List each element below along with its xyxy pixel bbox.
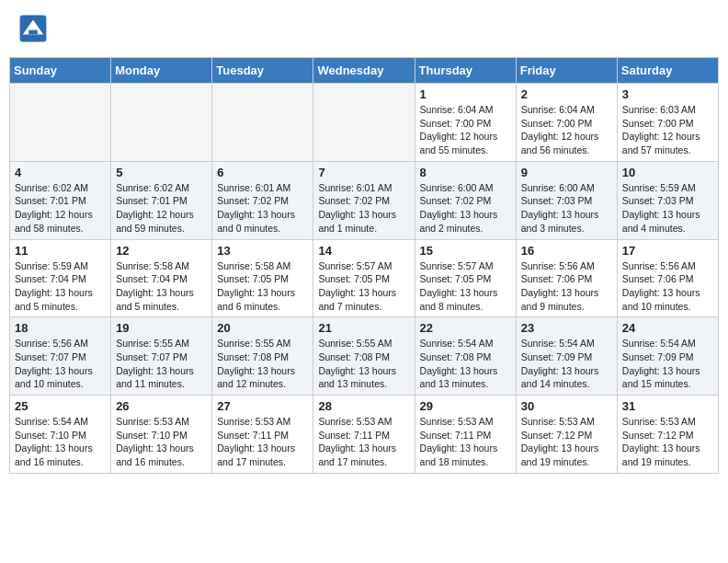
svg-rect-2 [28, 30, 38, 35]
day-number: 15 [420, 244, 511, 258]
day-number: 29 [420, 399, 511, 413]
calendar-cell: 14Sunrise: 5:57 AM Sunset: 7:05 PM Dayli… [313, 239, 415, 317]
day-number: 24 [622, 321, 713, 335]
day-number: 26 [116, 399, 207, 413]
day-of-week-header: Thursday [415, 58, 516, 84]
day-info: Sunrise: 5:55 AM Sunset: 7:07 PM Dayligh… [116, 337, 207, 391]
day-number: 28 [318, 399, 409, 413]
calendar-cell [10, 84, 111, 162]
day-number: 4 [15, 166, 106, 179]
calendar-cell: 9Sunrise: 6:00 AM Sunset: 7:03 PM Daylig… [516, 161, 617, 239]
day-number: 9 [521, 166, 612, 179]
day-number: 18 [15, 321, 106, 335]
day-number: 8 [420, 166, 511, 179]
day-number: 10 [622, 166, 713, 179]
calendar-cell: 21Sunrise: 5:55 AM Sunset: 7:08 PM Dayli… [313, 317, 415, 396]
calendar-cell: 10Sunrise: 5:59 AM Sunset: 7:03 PM Dayli… [617, 161, 718, 239]
calendar-cell: 13Sunrise: 5:58 AM Sunset: 7:05 PM Dayli… [212, 239, 313, 317]
day-info: Sunrise: 5:53 AM Sunset: 7:12 PM Dayligh… [521, 415, 612, 469]
day-info: Sunrise: 5:59 AM Sunset: 7:03 PM Dayligh… [622, 181, 713, 236]
day-info: Sunrise: 5:58 AM Sunset: 7:04 PM Dayligh… [116, 259, 207, 314]
calendar-cell: 27Sunrise: 5:53 AM Sunset: 7:11 PM Dayli… [212, 396, 313, 474]
calendar-cell [313, 84, 415, 162]
calendar-cell: 6Sunrise: 6:01 AM Sunset: 7:02 PM Daylig… [212, 161, 313, 239]
calendar-cell: 29Sunrise: 5:53 AM Sunset: 7:11 PM Dayli… [415, 396, 516, 474]
day-info: Sunrise: 6:04 AM Sunset: 7:00 PM Dayligh… [420, 103, 511, 157]
logo-icon [18, 14, 48, 43]
day-number: 31 [622, 399, 713, 413]
day-info: Sunrise: 6:00 AM Sunset: 7:03 PM Dayligh… [521, 181, 612, 236]
day-info: Sunrise: 5:53 AM Sunset: 7:10 PM Dayligh… [116, 415, 207, 469]
calendar-cell: 17Sunrise: 5:56 AM Sunset: 7:06 PM Dayli… [617, 239, 718, 317]
day-info: Sunrise: 5:53 AM Sunset: 7:11 PM Dayligh… [217, 415, 308, 469]
day-number: 3 [622, 87, 713, 101]
day-info: Sunrise: 6:04 AM Sunset: 7:00 PM Dayligh… [521, 103, 612, 157]
day-info: Sunrise: 6:03 AM Sunset: 7:00 PM Dayligh… [622, 103, 713, 157]
calendar-cell: 28Sunrise: 5:53 AM Sunset: 7:11 PM Dayli… [313, 396, 415, 474]
calendar-cell: 3Sunrise: 6:03 AM Sunset: 7:00 PM Daylig… [617, 84, 718, 162]
day-of-week-header: Monday [111, 58, 212, 84]
day-of-week-header: Tuesday [212, 58, 313, 84]
day-number: 27 [217, 399, 308, 413]
day-number: 12 [116, 244, 207, 258]
day-number: 14 [318, 244, 409, 258]
day-number: 6 [217, 166, 308, 179]
day-number: 7 [318, 166, 409, 179]
day-info: Sunrise: 5:54 AM Sunset: 7:08 PM Dayligh… [420, 337, 511, 391]
calendar-cell: 11Sunrise: 5:59 AM Sunset: 7:04 PM Dayli… [10, 239, 111, 317]
calendar-week-row: 18Sunrise: 5:56 AM Sunset: 7:07 PM Dayli… [10, 317, 719, 396]
day-info: Sunrise: 5:53 AM Sunset: 7:11 PM Dayligh… [318, 415, 409, 469]
calendar-week-row: 11Sunrise: 5:59 AM Sunset: 7:04 PM Dayli… [10, 239, 719, 317]
day-of-week-header: Wednesday [313, 58, 415, 84]
day-info: Sunrise: 5:54 AM Sunset: 7:09 PM Dayligh… [521, 337, 612, 391]
calendar-cell: 25Sunrise: 5:54 AM Sunset: 7:10 PM Dayli… [10, 396, 111, 474]
calendar-cell: 2Sunrise: 6:04 AM Sunset: 7:00 PM Daylig… [516, 84, 617, 162]
day-number: 1 [420, 87, 511, 101]
calendar-cell: 8Sunrise: 6:00 AM Sunset: 7:02 PM Daylig… [415, 161, 516, 239]
day-info: Sunrise: 6:02 AM Sunset: 7:01 PM Dayligh… [116, 181, 207, 236]
day-info: Sunrise: 6:01 AM Sunset: 7:02 PM Dayligh… [318, 181, 409, 236]
calendar-cell: 15Sunrise: 5:57 AM Sunset: 7:05 PM Dayli… [415, 239, 516, 317]
day-of-week-header: Sunday [10, 58, 111, 84]
day-info: Sunrise: 5:57 AM Sunset: 7:05 PM Dayligh… [420, 259, 511, 314]
calendar-cell: 22Sunrise: 5:54 AM Sunset: 7:08 PM Dayli… [415, 317, 516, 396]
calendar-cell [111, 84, 212, 162]
day-info: Sunrise: 6:00 AM Sunset: 7:02 PM Dayligh… [420, 181, 511, 236]
day-number: 20 [217, 321, 308, 335]
calendar-cell: 7Sunrise: 6:01 AM Sunset: 7:02 PM Daylig… [313, 161, 415, 239]
calendar-cell: 16Sunrise: 5:56 AM Sunset: 7:06 PM Dayli… [516, 239, 617, 317]
day-info: Sunrise: 5:56 AM Sunset: 7:06 PM Dayligh… [521, 259, 612, 314]
day-number: 25 [15, 399, 106, 413]
calendar-cell: 12Sunrise: 5:58 AM Sunset: 7:04 PM Dayli… [111, 239, 212, 317]
day-info: Sunrise: 5:55 AM Sunset: 7:08 PM Dayligh… [217, 337, 308, 391]
day-number: 11 [15, 244, 106, 258]
calendar-cell: 23Sunrise: 5:54 AM Sunset: 7:09 PM Dayli… [516, 317, 617, 396]
day-number: 5 [116, 166, 207, 179]
calendar-cell: 26Sunrise: 5:53 AM Sunset: 7:10 PM Dayli… [111, 396, 212, 474]
page-header [9, 9, 719, 48]
day-number: 23 [521, 321, 612, 335]
day-info: Sunrise: 5:55 AM Sunset: 7:08 PM Dayligh… [318, 337, 409, 391]
calendar-cell: 18Sunrise: 5:56 AM Sunset: 7:07 PM Dayli… [10, 317, 111, 396]
calendar-cell: 20Sunrise: 5:55 AM Sunset: 7:08 PM Dayli… [212, 317, 313, 396]
calendar-cell [212, 84, 313, 162]
day-number: 2 [521, 87, 612, 101]
calendar-cell: 24Sunrise: 5:54 AM Sunset: 7:09 PM Dayli… [617, 317, 718, 396]
calendar-week-row: 25Sunrise: 5:54 AM Sunset: 7:10 PM Dayli… [10, 396, 719, 474]
day-info: Sunrise: 5:53 AM Sunset: 7:11 PM Dayligh… [420, 415, 511, 469]
day-of-week-header: Friday [516, 58, 617, 84]
day-number: 19 [116, 321, 207, 335]
day-info: Sunrise: 6:02 AM Sunset: 7:01 PM Dayligh… [15, 181, 106, 236]
calendar-cell: 19Sunrise: 5:55 AM Sunset: 7:07 PM Dayli… [111, 317, 212, 396]
day-info: Sunrise: 5:56 AM Sunset: 7:06 PM Dayligh… [622, 259, 713, 314]
day-number: 22 [420, 321, 511, 335]
day-number: 13 [217, 244, 308, 258]
logo [18, 14, 51, 43]
calendar-week-row: 1Sunrise: 6:04 AM Sunset: 7:00 PM Daylig… [10, 84, 719, 162]
day-number: 16 [521, 244, 612, 258]
day-number: 17 [622, 244, 713, 258]
day-number: 21 [318, 321, 409, 335]
day-info: Sunrise: 6:01 AM Sunset: 7:02 PM Dayligh… [217, 181, 308, 236]
day-number: 30 [521, 399, 612, 413]
calendar-week-row: 4Sunrise: 6:02 AM Sunset: 7:01 PM Daylig… [10, 161, 719, 239]
